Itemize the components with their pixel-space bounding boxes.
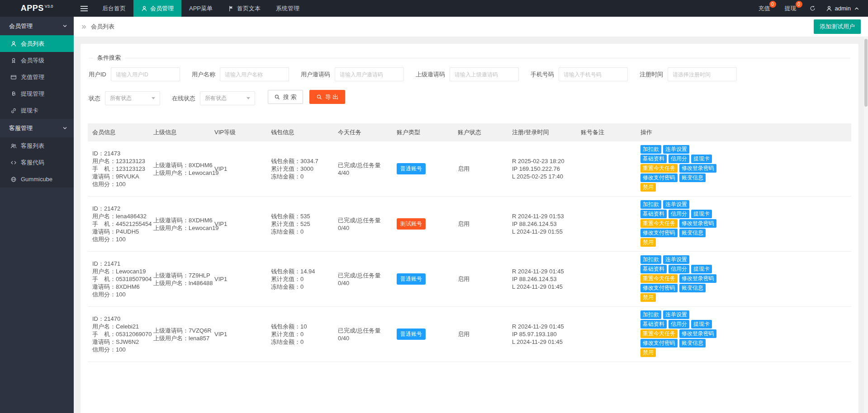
- hamburger-menu-icon[interactable]: [74, 0, 95, 17]
- action-reset-today-task-button[interactable]: 重置今天任务: [640, 329, 678, 338]
- wallet-info-cell: 钱包余额：3034.7累计充值：3000冻结金额：0: [266, 157, 333, 180]
- breadcrumb: 会员列表: [91, 23, 114, 31]
- search-actions-row: 状态所有状态在线状态所有状态 搜 索 导 出: [89, 87, 850, 107]
- sidebar-item-member-list[interactable]: 会员列表: [0, 35, 74, 52]
- action-reset-today-task-button[interactable]: 重置今天任务: [640, 274, 678, 283]
- field-user-invite-code-input[interactable]: [335, 67, 404, 81]
- sidebar-group-member-mgmt-group[interactable]: 会员管理: [0, 17, 74, 35]
- action-credit-score-button[interactable]: 信用分: [669, 210, 689, 218]
- select-online-status-dropdown[interactable]: 所有状态: [200, 91, 255, 105]
- nav-dashboard[interactable]: 后台首页: [95, 0, 133, 17]
- nav-home-text-label: 首页文本: [237, 5, 261, 13]
- sidebar-item-withdraw-mgmt[interactable]: 提现管理: [0, 85, 74, 102]
- user-icon: [141, 5, 147, 12]
- field-parent-invite-code-label: 上级邀请码: [416, 70, 445, 79]
- search-selects: 状态所有状态在线状态所有状态: [89, 87, 267, 107]
- nav-system-mgmt[interactable]: 系统管理: [268, 0, 307, 17]
- action-reset-today-task-button[interactable]: 重置今天任务: [640, 219, 678, 228]
- action-basic-info-button[interactable]: 基础资料: [640, 210, 667, 218]
- account-type-badge: 普通账号: [397, 273, 426, 285]
- scrollbar-thumb[interactable]: [864, 39, 868, 107]
- top-nav: 后台首页会员管理APP菜单首页文本系统管理: [95, 0, 307, 17]
- vip-level-cell: VIP1: [210, 330, 266, 338]
- globe-icon: [10, 176, 17, 183]
- action-change-pay-pwd-button[interactable]: 修改支付密码: [640, 339, 678, 347]
- action-add-deduct-button[interactable]: 加扣款: [640, 310, 661, 319]
- action-combo-setting-button[interactable]: 连单设置: [663, 200, 689, 209]
- select-status: 状态所有状态: [89, 91, 160, 105]
- sidebar-item-member-level[interactable]: 会员等级: [0, 52, 74, 69]
- users-icon: [10, 143, 17, 149]
- field-parent-invite-code-input[interactable]: [450, 67, 519, 81]
- vertical-scrollbar[interactable]: [864, 37, 868, 413]
- withdraw-link[interactable]: 提现 0: [778, 0, 804, 17]
- add-test-user-button[interactable]: 添加测试用户: [814, 19, 861, 34]
- reg-login-time-cell: R 2024-11-29 01:45IP 85.97.193.180L 2024…: [508, 323, 576, 346]
- action-credit-score-button[interactable]: 信用分: [669, 320, 689, 329]
- nav-home-text[interactable]: 首页文本: [220, 0, 268, 17]
- sidebar-item-withdraw-mgmt-label: 提现管理: [21, 90, 44, 98]
- search-button[interactable]: 搜 索: [268, 90, 303, 104]
- action-disable-button[interactable]: 禁用: [640, 293, 656, 302]
- action-reset-today-task-button[interactable]: 重置今天任务: [640, 164, 678, 173]
- member-info-cell: ID：21472用户名：lena486432手 机：44521255454邀请码…: [88, 205, 149, 243]
- sidebar-item-service-list[interactable]: 客服列表: [0, 137, 74, 154]
- refresh-icon[interactable]: [804, 0, 821, 17]
- action-credit-score-button[interactable]: 信用分: [669, 265, 689, 273]
- sidebar-item-service-code[interactable]: 客服代码: [0, 154, 74, 171]
- action-balance-log-button[interactable]: 账变信息: [679, 284, 706, 292]
- upper-info-cell: 上级邀请码：8XDHM6上级用户名：Lewocan19: [149, 216, 210, 232]
- action-basic-info-button[interactable]: 基础资料: [640, 155, 667, 163]
- action-change-login-pwd-button[interactable]: 修改登录密码: [679, 274, 716, 283]
- action-combo-setting-button[interactable]: 连单设置: [663, 255, 689, 264]
- member-table: 会员信息上级信息VIP等级钱包信息今天任务账户类型账户状态注册/登录时间账号备注…: [88, 123, 851, 413]
- field-user-name-label: 用户名称: [192, 70, 215, 79]
- sidebar-group-service-mgmt-group[interactable]: 客服管理: [0, 119, 74, 137]
- action-basic-info-button[interactable]: 基础资料: [640, 265, 667, 273]
- action-change-login-pwd-button[interactable]: 修改登录密码: [679, 164, 716, 173]
- operations-cell: 加扣款连单设置基础资料信用分提现卡重置今天任务修改登录密码修改支付密码账变信息禁…: [636, 310, 851, 358]
- action-balance-log-button[interactable]: 账变信息: [679, 229, 706, 237]
- today-task-cell: 已完成/总任务量0/40: [333, 272, 392, 287]
- sidebar-item-gummicube[interactable]: Gummicube: [0, 171, 74, 188]
- action-withdraw-card-button[interactable]: 提现卡: [691, 210, 712, 218]
- action-combo-setting-button[interactable]: 连单设置: [663, 310, 689, 319]
- admin-menu[interactable]: admin: [821, 0, 868, 17]
- action-disable-button[interactable]: 禁用: [640, 238, 656, 247]
- action-change-login-pwd-button[interactable]: 修改登录密码: [679, 329, 716, 338]
- select-status-dropdown[interactable]: 所有状态: [105, 91, 160, 105]
- action-add-deduct-button[interactable]: 加扣款: [640, 145, 661, 154]
- sidebar-item-withdraw-card[interactable]: 提现卡: [0, 102, 74, 119]
- sidebar-item-recharge-mgmt[interactable]: 充值管理: [0, 69, 74, 85]
- export-button[interactable]: 导 出: [309, 90, 346, 104]
- field-phone: 手机号码: [531, 67, 628, 81]
- action-basic-info-button[interactable]: 基础资料: [640, 320, 667, 329]
- field-user-id-input[interactable]: [111, 67, 180, 81]
- nav-app-menu[interactable]: APP菜单: [181, 0, 220, 17]
- action-withdraw-card-button[interactable]: 提现卡: [691, 265, 712, 273]
- action-change-pay-pwd-button[interactable]: 修改支付密码: [640, 229, 678, 237]
- recharge-label: 充值: [759, 5, 770, 13]
- sidebar-item-service-list-label: 客服列表: [21, 142, 44, 150]
- action-withdraw-card-button[interactable]: 提现卡: [691, 320, 712, 329]
- field-user-name-input[interactable]: [220, 67, 289, 81]
- action-change-login-pwd-button[interactable]: 修改登录密码: [679, 219, 716, 228]
- nav-member-mgmt[interactable]: 会员管理: [133, 0, 181, 17]
- field-phone-input[interactable]: [559, 67, 628, 81]
- action-credit-score-button[interactable]: 信用分: [669, 155, 689, 163]
- field-reg-time-input[interactable]: [668, 67, 737, 81]
- action-withdraw-card-button[interactable]: 提现卡: [691, 155, 712, 163]
- action-disable-button[interactable]: 禁用: [640, 348, 656, 357]
- action-balance-log-button[interactable]: 账变信息: [679, 339, 706, 347]
- main-content: 条件搜索 用户ID用户名称用户邀请码上级邀请码手机号码注册时间 状态所有状态在线…: [74, 37, 864, 413]
- action-change-pay-pwd-button[interactable]: 修改支付密码: [640, 174, 678, 182]
- action-add-deduct-button[interactable]: 加扣款: [640, 200, 661, 209]
- card-icon: [10, 74, 17, 80]
- field-user-invite-code-label: 用户邀请码: [301, 70, 330, 79]
- action-disable-button[interactable]: 禁用: [640, 183, 656, 192]
- recharge-link[interactable]: 充值 0: [751, 0, 778, 17]
- action-add-deduct-button[interactable]: 加扣款: [640, 255, 661, 264]
- action-combo-setting-button[interactable]: 连单设置: [663, 145, 689, 154]
- action-balance-log-button[interactable]: 账变信息: [679, 174, 706, 182]
- action-change-pay-pwd-button[interactable]: 修改支付密码: [640, 284, 678, 292]
